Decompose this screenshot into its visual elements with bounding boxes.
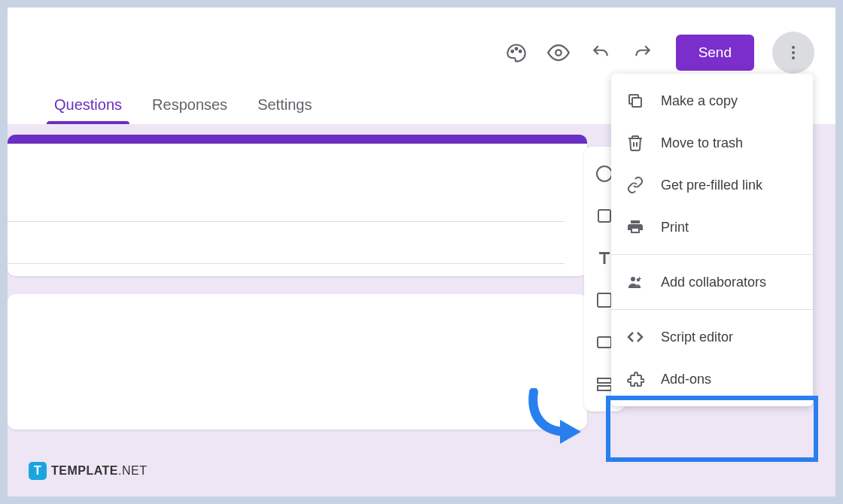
desc-line <box>8 222 565 264</box>
svg-point-2 <box>519 50 521 53</box>
menu-label: Script editor <box>661 329 733 345</box>
menu-label: Print <box>661 220 689 235</box>
undo-icon[interactable] <box>584 36 617 69</box>
menu-addons[interactable]: Add-ons <box>611 358 813 400</box>
menu-make-copy[interactable]: Make a copy <box>611 80 813 122</box>
more-button[interactable] <box>772 32 814 74</box>
menu-print[interactable]: Print <box>611 206 813 248</box>
trash-icon <box>626 134 644 152</box>
logo-tld: .NET <box>118 464 147 477</box>
more-menu: Make a copy Move to trash Get pre-filled… <box>611 74 813 406</box>
redo-icon[interactable] <box>626 36 659 69</box>
extension-icon <box>626 370 644 388</box>
preview-icon[interactable] <box>542 36 575 69</box>
svg-point-3 <box>555 50 561 56</box>
code-icon <box>626 328 644 346</box>
svg-rect-13 <box>632 98 641 107</box>
svg-rect-8 <box>598 210 610 222</box>
menu-script-editor[interactable]: Script editor <box>611 316 813 358</box>
svg-point-1 <box>515 47 517 50</box>
tabs: Questions Responses Settings <box>50 87 316 124</box>
svg-point-14 <box>631 277 635 281</box>
logo-text: TEMPLATE.NET <box>51 464 147 478</box>
tab-settings[interactable]: Settings <box>253 87 316 124</box>
title-line <box>8 180 565 222</box>
print-icon <box>626 218 644 236</box>
menu-move-trash[interactable]: Move to trash <box>611 122 813 164</box>
link-icon <box>626 176 644 194</box>
app-frame: Send Questions Responses Settings <box>8 8 835 496</box>
form-header-card[interactable] <box>8 135 587 276</box>
menu-label: Get pre-filled link <box>661 178 762 193</box>
menu-divider <box>611 309 813 310</box>
logo-badge-icon: T <box>29 462 47 480</box>
customize-theme-icon[interactable] <box>500 36 533 69</box>
footer-logo: T TEMPLATE.NET <box>29 462 147 480</box>
svg-rect-11 <box>598 378 611 383</box>
menu-label: Add-ons <box>661 372 711 387</box>
menu-label: Make a copy <box>661 93 738 109</box>
menu-label: Move to trash <box>661 135 743 151</box>
logo-brand: TEMPLATE <box>51 464 118 477</box>
tab-responses[interactable]: Responses <box>148 87 232 124</box>
menu-prefilled-link[interactable]: Get pre-filled link <box>611 164 813 206</box>
menu-label: Add collaborators <box>661 275 766 290</box>
svg-point-4 <box>792 46 795 49</box>
pointer-arrow <box>515 388 590 456</box>
svg-rect-9 <box>598 293 611 307</box>
svg-point-5 <box>792 51 795 54</box>
toolbar: Send <box>500 32 814 74</box>
send-button[interactable]: Send <box>676 35 754 71</box>
svg-point-0 <box>511 50 513 53</box>
svg-point-7 <box>597 166 612 181</box>
copy-icon <box>626 92 644 110</box>
menu-collaborators[interactable]: Add collaborators <box>611 261 813 303</box>
tab-questions[interactable]: Questions <box>50 87 126 124</box>
svg-point-6 <box>792 56 795 59</box>
svg-rect-10 <box>598 337 611 348</box>
svg-rect-12 <box>598 386 611 390</box>
form-question-card[interactable] <box>8 294 587 430</box>
people-icon <box>626 273 644 291</box>
menu-divider <box>611 254 813 255</box>
